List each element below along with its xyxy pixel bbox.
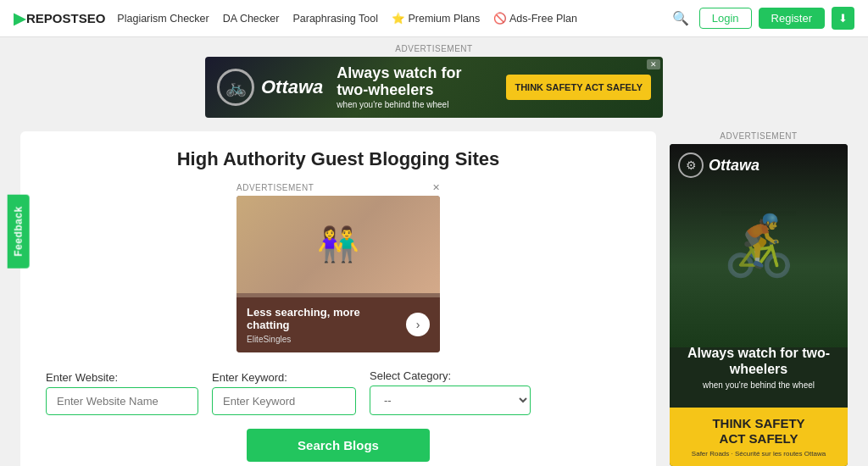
inner-ad-brand: EliteSingles: [247, 335, 399, 344]
keyword-group: Enter Keyword:: [212, 371, 356, 415]
logo-arrow-icon: ▶: [14, 9, 25, 28]
feedback-tab[interactable]: Feedback: [8, 194, 30, 268]
website-label: Enter Website:: [46, 371, 198, 384]
right-ad-ottawa-logo: ⚙ Ottawa: [678, 153, 760, 178]
top-ad-ottawa-logo: Ottawa: [261, 76, 323, 98]
inner-ad-banner[interactable]: 👫 Less searching, more chatting EliteSin…: [236, 196, 440, 352]
inner-ad-label: ADVERTISEMENT: [236, 183, 314, 192]
main-layout: High Authority Guest Blogging Sites ADVE…: [0, 123, 868, 466]
top-ad-safety-box: THINK SAFETY ACT SAFELY: [506, 75, 651, 100]
keyword-input[interactable]: [212, 387, 356, 415]
right-ad-tagline: Always watch for two-wheelers: [682, 345, 836, 377]
right-ad-bike-icon: 🚴: [722, 211, 796, 280]
website-group: Enter Website:: [46, 371, 198, 415]
search-button[interactable]: 🔍: [669, 7, 693, 30]
download-button[interactable]: ⬇: [832, 7, 854, 30]
logo-text: REPOSTSEO: [26, 11, 105, 25]
feedback-label: Feedback: [13, 206, 25, 256]
right-ad-container: ADVERTISEMENT 🚴 ⚙ Ottawa Always watch fo…: [670, 131, 848, 466]
category-group: Select Category: -- Technology Health Bu…: [370, 369, 531, 415]
register-button[interactable]: Register: [759, 8, 825, 29]
category-label: Select Category:: [370, 369, 531, 382]
right-ad-sub: when you're behind the wheel: [682, 380, 836, 390]
inner-ad-headline: Less searching, more chatting: [247, 306, 399, 332]
nav-ads-free-plan[interactable]: 🚫 Ads-Free Plan: [493, 12, 577, 25]
logo[interactable]: ▶ REPOSTSEO: [14, 9, 105, 28]
right-ad-safety-box: THINK SAFETY ACT SAFELY Safer Roads · Sé…: [670, 408, 848, 466]
top-ad-logo-section: 🚲: [217, 69, 254, 106]
right-ad-label: ADVERTISEMENT: [670, 131, 848, 141]
login-button[interactable]: Login: [699, 8, 752, 29]
right-ad-wheel-icon: ⚙: [678, 153, 704, 178]
top-ad-tagline: Always watch for two-wheelers: [337, 65, 492, 99]
right-ad-safety-line1: THINK SAFETY: [680, 416, 837, 431]
inner-ad-arrow-button[interactable]: ›: [406, 313, 430, 336]
nav-actions: 🔍 Login Register ⬇: [669, 7, 854, 30]
inner-ad-close-button[interactable]: ✕: [432, 182, 440, 193]
inner-ad-bottom: Less searching, more chatting EliteSingl…: [236, 297, 440, 352]
nav-paraphrasing-tool[interactable]: Paraphrasing Tool: [292, 13, 378, 25]
top-ad-container: ADVERTISEMENT 🚲 Ottawa Always watch for …: [0, 37, 868, 123]
inner-ad-container: ADVERTISEMENT ✕ 👫 Less searching, more c…: [46, 182, 631, 352]
top-ad-ottawa-text: Ottawa: [261, 76, 323, 97]
top-ad-safety-text: THINK SAFETY ACT SAFELY: [515, 82, 643, 92]
nav-da-checker[interactable]: DA Checker: [223, 13, 280, 25]
right-ad-banner[interactable]: 🚴 ⚙ Ottawa Always watch for two-wheelers…: [670, 144, 848, 466]
search-blogs-button[interactable]: Search Blogs: [247, 429, 430, 462]
page-title: High Authority Guest Blogging Sites: [46, 148, 631, 170]
category-select[interactable]: -- Technology Health Business Education …: [370, 386, 531, 415]
top-ad-banner[interactable]: 🚲 Ottawa Always watch for two-wheelers w…: [205, 57, 663, 118]
navbar: ▶ REPOSTSEO Plagiarism Checker DA Checke…: [0, 0, 868, 37]
right-ad-text-area: Always watch for two-wheelers when you'r…: [670, 336, 848, 398]
nav-premium-plans[interactable]: ⭐ Premium Plans: [392, 12, 480, 25]
top-ad-copy: Always watch for two-wheelers when you'r…: [323, 65, 506, 110]
search-form: Enter Website: Enter Keyword: Select Cat…: [46, 369, 631, 415]
top-ad-label: ADVERTISEMENT: [395, 44, 472, 53]
right-ad-safety-sub: Safer Roads · Sécurité sur les routes Ot…: [680, 450, 837, 458]
right-ad-ottawa-text: Ottawa: [709, 157, 760, 175]
top-ad-wheel-icon: 🚲: [217, 69, 254, 106]
website-input[interactable]: [46, 387, 198, 415]
top-ad-sub: when you're behind the wheel: [337, 100, 492, 109]
nav-links: Plagiarism Checker DA Checker Paraphrasi…: [117, 12, 656, 25]
top-ad-close-button[interactable]: ✕: [647, 59, 660, 69]
inner-ad-photo: 👫: [236, 196, 440, 293]
right-ad-safety-line2: ACT SAFELY: [680, 431, 837, 447]
inner-ad-copy-text: Less searching, more chatting EliteSingl…: [247, 306, 399, 344]
keyword-label: Enter Keyword:: [212, 371, 356, 384]
inner-ad-header: ADVERTISEMENT ✕: [236, 182, 440, 193]
nav-plagiarism-checker[interactable]: Plagiarism Checker: [117, 13, 209, 25]
content-area: High Authority Guest Blogging Sites ADVE…: [20, 131, 656, 466]
